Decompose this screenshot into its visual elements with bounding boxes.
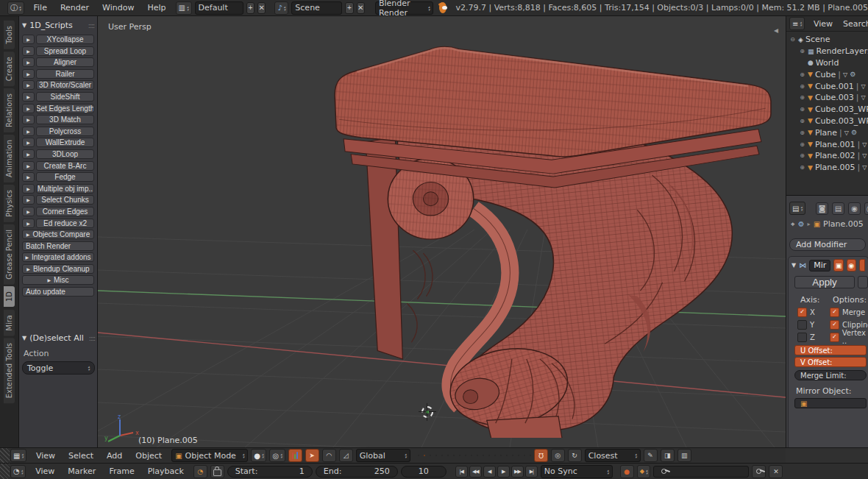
tool-expand-button[interactable]: ▶: [22, 161, 35, 171]
layer-cell[interactable]: [518, 455, 519, 456]
expander-icon[interactable]: ⊕: [799, 129, 805, 136]
toolshelf-tab[interactable]: Extended Tools: [4, 338, 15, 403]
outliner-item[interactable]: ⊖ ◈ Scene: [786, 34, 868, 46]
screen-layout-name[interactable]: Default: [195, 1, 243, 15]
expander-icon[interactable]: ⊕: [799, 106, 805, 113]
axis-checkbox[interactable]: Y: [797, 319, 815, 330]
tool-button[interactable]: 3D Match: [36, 115, 94, 124]
preview-range-icon[interactable]: ◔: [193, 465, 207, 478]
delete-keyframe-button[interactable]: ✕: [769, 465, 783, 478]
snap-target-select[interactable]: Closest ▴▾: [585, 449, 641, 462]
outliner-item[interactable]: ⊕ ▼ Cube.003_WRA | ▽ ⚙: [786, 104, 868, 116]
area-corner-widget[interactable]: [0, 448, 10, 464]
panel-collapse-icon[interactable]: ▼: [791, 262, 796, 269]
layer-cell[interactable]: [453, 455, 455, 456]
tool-expand-button[interactable]: ▶: [22, 195, 35, 205]
menu-item[interactable]: Search: [839, 19, 868, 29]
menu-item[interactable]: Render: [54, 3, 96, 13]
outliner-item[interactable]: ⊕ ▼ Cube.003_WRA | ▽ ⚙: [786, 116, 868, 127]
menu-item[interactable]: Select: [62, 451, 100, 461]
3d-viewport[interactable]: User Persp ◂ x y z (10) Plane.005: [98, 16, 786, 447]
lock-icon[interactable]: [210, 465, 224, 478]
deselect-panel-header[interactable]: ▼ (De)select All ::::: [19, 329, 98, 346]
scene-icon-button[interactable]: ♪ ▴▾: [274, 1, 288, 15]
tool-expand-button[interactable]: ▶: [22, 184, 35, 194]
tool-button[interactable]: 3D Rotor/Scaler: [36, 80, 94, 90]
tool-button[interactable]: Corner Edges: [36, 207, 94, 216]
option-checkbox[interactable]: ✓ Vertex ..: [830, 332, 868, 342]
tool-expand-button[interactable]: ▶: [22, 35, 35, 44]
render-tab-icon[interactable]: ◙: [816, 202, 828, 215]
next-keyframe-button[interactable]: ▶▶: [511, 466, 524, 478]
menu-item[interactable]: View: [809, 19, 837, 29]
tool-button[interactable]: Fedge: [36, 172, 94, 182]
tool-button[interactable]: WallExtrude: [36, 138, 94, 147]
tool-expand-button[interactable]: ▶: [22, 115, 35, 124]
outliner-item[interactable]: ⊕ ▼ Plane.002 | ▽ ⚙: [786, 150, 868, 162]
delete-scene-button[interactable]: ✕: [357, 2, 365, 14]
layer-cell[interactable]: [483, 455, 484, 456]
brush-icon[interactable]: ✎: [644, 449, 658, 462]
menu-item[interactable]: Marker: [61, 466, 102, 476]
layer-cell[interactable]: [530, 455, 531, 456]
menu-item[interactable]: View: [29, 466, 61, 476]
tool-button[interactable]: ▶ Integrated addons: [22, 252, 94, 262]
layer-cell[interactable]: [447, 455, 449, 456]
auto-keyframe-record-button[interactable]: ●: [620, 465, 634, 478]
layer-cell[interactable]: [430, 455, 431, 456]
outliner-item[interactable]: ⊕ ▼ Plane | ▽ ⚙: [786, 127, 868, 138]
tool-button[interactable]: Create B-Arc: [36, 161, 94, 171]
tool-button[interactable]: Railer: [36, 69, 94, 79]
start-frame-field[interactable]: Start: 1: [227, 466, 313, 478]
render-layers-tab-icon[interactable]: ▤: [832, 202, 844, 215]
outliner-item[interactable]: ⊕ ▼ Plane.005 | ▽ ⚙: [786, 162, 868, 174]
tool-button[interactable]: Select Chunks: [36, 195, 94, 205]
menu-item[interactable]: Playback: [141, 466, 191, 476]
tool-button[interactable]: Batch Render: [22, 241, 94, 251]
outliner-item[interactable]: ⊕ ▼ Cube | ▽ ⚙: [786, 68, 868, 80]
current-frame-field[interactable]: 10: [401, 466, 447, 478]
expander-icon[interactable]: ⊕: [799, 152, 805, 159]
expander-icon[interactable]: ⊕: [799, 71, 805, 78]
toolshelf-tab[interactable]: Grease Pencil: [4, 224, 15, 285]
tool-expand-button[interactable]: ▶: [22, 219, 35, 228]
axis-checkbox[interactable]: Z: [797, 332, 815, 342]
tool-expand-button[interactable]: ▶: [22, 127, 35, 136]
viewport-shading-select[interactable]: ● ▴▾: [251, 449, 266, 462]
merge-limit-slider[interactable]: Merge Limit:: [794, 370, 867, 380]
translate-manipulator-button[interactable]: ➤: [305, 449, 319, 462]
menu-item[interactable]: View: [29, 451, 62, 461]
pivot-point-select[interactable]: ◎ ▴▾: [269, 449, 285, 462]
u-offset-slider[interactable]: U Offset:: [794, 345, 867, 355]
tool-button[interactable]: ▶ Misc: [22, 275, 94, 285]
expander-icon[interactable]: ⊕: [799, 118, 805, 124]
tool-expand-button[interactable]: ▶: [22, 207, 35, 216]
tool-button[interactable]: Multiple obj imp..: [36, 184, 94, 194]
tool-button[interactable]: ▶ Blendup Cleanup: [22, 264, 94, 274]
manipulator-toggle[interactable]: [288, 449, 302, 462]
outliner-item[interactable]: ⊕ ▦ RenderLayers | ▽ ⚙: [786, 46, 868, 57]
tool-button[interactable]: Ed reduce x2: [36, 219, 94, 228]
layer-cell[interactable]: [424, 455, 425, 456]
transform-orientation-select[interactable]: Global ▴▾: [356, 449, 410, 462]
editor-type-selector-timeline[interactable]: ◔ ▴▾: [10, 465, 26, 478]
tool-button[interactable]: Polycross: [36, 127, 94, 136]
option-checkbox[interactable]: ✓ Clipping: [830, 319, 868, 330]
delete-layout-button[interactable]: ✕: [257, 2, 266, 14]
toolshelf-tab[interactable]: Animation: [4, 135, 15, 182]
copy-modifier-button[interactable]: [858, 276, 868, 288]
tool-button[interactable]: Auto update: [22, 287, 94, 297]
proportional-editing-icon[interactable]: ↻: [568, 449, 582, 462]
tool-expand-button[interactable]: ▶: [22, 92, 35, 102]
modifier-name-field[interactable]: Mir: [809, 260, 830, 272]
expander-icon[interactable]: ⊕: [799, 83, 805, 90]
editor-type-selector-3dview[interactable]: ▦ ▴▾: [10, 449, 26, 462]
world-tab-icon[interactable]: ◯: [864, 202, 868, 215]
viewport-visibility-toggle[interactable]: ◉: [847, 259, 856, 272]
mirror-object-field[interactable]: ▣: [794, 398, 867, 408]
expander-icon[interactable]: ⊕: [799, 94, 805, 101]
tool-button[interactable]: 3DLoop: [36, 149, 94, 159]
v-offset-slider[interactable]: V Offset:: [794, 357, 867, 367]
keyframe-type-select[interactable]: ◆ ▴▾: [637, 465, 651, 478]
tool-button[interactable]: Spread Loop: [36, 46, 94, 56]
